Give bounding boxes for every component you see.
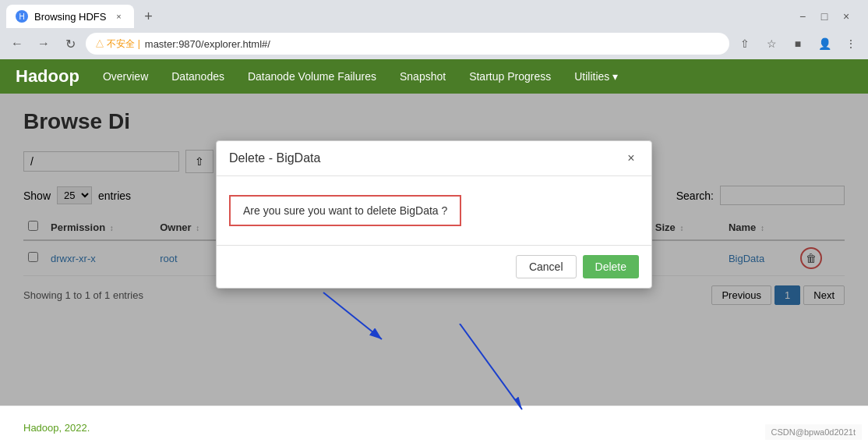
- browser-chrome: H Browsing HDFS × + − □ × ← → ↻ △ 不安全 | …: [0, 0, 868, 59]
- modal-title: Delete - BigData: [229, 151, 320, 165]
- menu-button[interactable]: ⋮: [840, 33, 862, 55]
- footer-text: Hadoop, 2022.: [23, 422, 90, 434]
- new-tab-button[interactable]: +: [137, 5, 159, 27]
- minimize-button[interactable]: −: [793, 7, 812, 26]
- back-button[interactable]: ←: [6, 33, 28, 55]
- footer: Hadoop, 2022. CSDN@bpwa0d2021t: [0, 406, 868, 443]
- close-button[interactable]: ×: [837, 7, 856, 26]
- delete-modal: Delete - BigData × Are you sure you want…: [216, 140, 652, 289]
- reload-button[interactable]: ↻: [59, 33, 81, 55]
- bookmark-button[interactable]: ☆: [760, 33, 782, 55]
- modal-overlay: Delete - BigData × Are you sure you want…: [0, 94, 868, 406]
- forward-button[interactable]: →: [33, 33, 55, 55]
- tab-bar: H Browsing HDFS × + − □ ×: [0, 0, 868, 28]
- address-input[interactable]: △ 不安全 | master:9870/explorer.html#/: [86, 33, 729, 55]
- window-controls: − □ ×: [793, 7, 862, 26]
- nav-datanode-volume-failures[interactable]: Datanode Volume Failures: [248, 67, 376, 86]
- modal-close-button[interactable]: ×: [623, 151, 639, 166]
- modal-body: Are you sure you want to delete BigData …: [217, 176, 651, 245]
- navbar-brand: Hadoop: [16, 66, 79, 87]
- svg-line-1: [323, 292, 382, 339]
- nav-startup-progress[interactable]: Startup Progress: [469, 67, 551, 86]
- address-bar: ← → ↻ △ 不安全 | master:9870/explorer.html#…: [0, 28, 868, 59]
- csdn-watermark: CSDN@bpwa0d2021t: [765, 424, 862, 440]
- navbar: Hadoop Overview Datanodes Datanode Volum…: [0, 59, 868, 94]
- profile-button[interactable]: 👤: [813, 33, 835, 55]
- annotation-arrow: [203, 277, 436, 370]
- main-content: Browse Di ⇧ ☰ ✏ Show 25 10 50 entries Se…: [0, 94, 868, 406]
- maximize-button[interactable]: □: [815, 7, 834, 26]
- nav-utilities[interactable]: Utilities ▾: [574, 67, 618, 86]
- nav-overview[interactable]: Overview: [103, 67, 148, 86]
- active-tab[interactable]: H Browsing HDFS ×: [6, 5, 134, 28]
- url-display: master:9870/explorer.html#/: [145, 38, 270, 50]
- sidebar-button[interactable]: ■: [787, 33, 809, 55]
- svg-line-3: [460, 324, 522, 409]
- modal-footer: Cancel Delete: [217, 245, 651, 288]
- tab-favicon: H: [16, 10, 28, 23]
- tab-title: Browsing HDFS: [34, 11, 106, 23]
- share-button[interactable]: ⇧: [734, 33, 756, 55]
- delete-button[interactable]: Delete: [583, 255, 639, 278]
- cancel-button[interactable]: Cancel: [516, 255, 577, 278]
- modal-message: Are you sure you want to delete BigData …: [229, 195, 461, 226]
- nav-snapshot[interactable]: Snapshot: [400, 67, 446, 86]
- security-warning: △ 不安全 |: [95, 37, 140, 51]
- tab-close-button[interactable]: ×: [112, 10, 125, 23]
- nav-datanodes[interactable]: Datanodes: [171, 67, 224, 86]
- modal-header: Delete - BigData ×: [217, 141, 651, 176]
